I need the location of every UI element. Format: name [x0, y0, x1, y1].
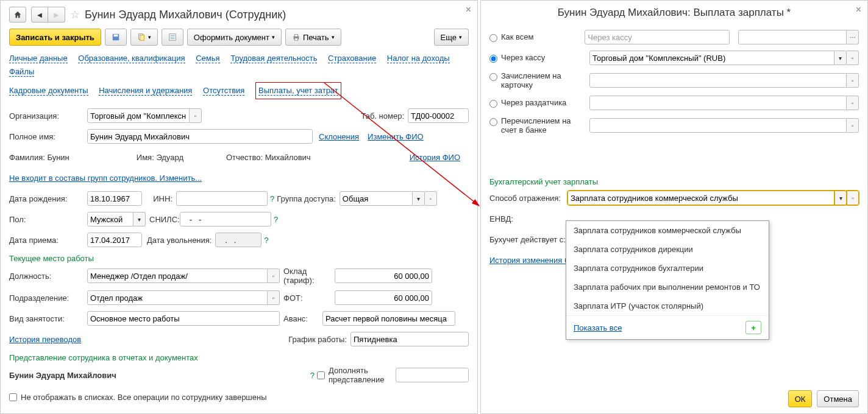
- fot-input[interactable]: [335, 290, 432, 305]
- transfer-history-link[interactable]: История переводов: [9, 335, 81, 344]
- salary-input[interactable]: [335, 268, 432, 283]
- advance-label: Аванс:: [280, 314, 322, 323]
- cancel-button[interactable]: Отмена: [817, 390, 859, 407]
- repr-name: Бунин Эдуард Михайлович: [9, 371, 116, 380]
- open-icon[interactable]: ▫: [847, 73, 859, 88]
- open-icon[interactable]: ▫: [847, 118, 859, 133]
- help-icon[interactable]: ?: [270, 194, 274, 203]
- distributor-input[interactable]: [589, 96, 847, 110]
- hide-checkbox[interactable]: [9, 393, 17, 401]
- name-label: Имя: Эдуард: [137, 153, 183, 162]
- radio-bank[interactable]: Перечислением на счет в банке: [489, 116, 581, 135]
- open-icon[interactable]: ▫: [847, 96, 859, 110]
- open-icon[interactable]: ▫: [847, 191, 859, 205]
- nav-education[interactable]: Образование, квалификация: [78, 54, 185, 63]
- radio-as-all[interactable]: Как всем: [489, 32, 576, 42]
- suppl-input[interactable]: [396, 368, 469, 382]
- reflect-input[interactable]: [567, 191, 834, 205]
- chevron-down-icon[interactable]: ▾: [413, 191, 425, 206]
- card-input[interactable]: [589, 73, 847, 88]
- home-button[interactable]: [9, 7, 26, 23]
- fio-history-link[interactable]: История ФИО: [410, 153, 460, 162]
- chevron-down-icon[interactable]: ▾: [834, 51, 847, 65]
- gender-input[interactable]: [87, 212, 133, 226]
- reflect-dropdown[interactable]: Зарплата сотрудников коммерческой службы…: [566, 220, 769, 340]
- asall-extra-input[interactable]: [738, 30, 847, 44]
- surname-label: Фамилия: Бунин: [9, 153, 69, 162]
- employment-input[interactable]: [87, 311, 280, 326]
- nav-absences[interactable]: Отсутствия: [203, 86, 244, 96]
- suppl-label: Дополнять представление: [329, 366, 396, 384]
- cash-input[interactable]: [589, 51, 834, 65]
- nav-tax[interactable]: Налог на доходы: [387, 54, 450, 63]
- nav-accruals[interactable]: Начисления и удержания: [99, 86, 192, 96]
- dept-input[interactable]: [87, 290, 268, 305]
- nav-hr-docs[interactable]: Кадровые документы: [9, 86, 88, 96]
- forward-button[interactable]: ►: [48, 7, 65, 23]
- radio-card[interactable]: Зачислением на карточку: [489, 71, 581, 89]
- list-button[interactable]: [162, 29, 183, 46]
- ok-button[interactable]: ОК: [788, 390, 813, 407]
- copy-button[interactable]: ▾: [130, 29, 158, 46]
- more-button[interactable]: Еще ▾: [434, 29, 469, 46]
- inn-input[interactable]: [176, 191, 268, 206]
- back-button[interactable]: ◄: [31, 7, 48, 23]
- open-icon[interactable]: ▫: [847, 51, 859, 65]
- no-group-link[interactable]: Не входит в составы групп сотрудников. И…: [9, 174, 202, 183]
- save-close-button[interactable]: Записать и закрыть: [9, 29, 101, 46]
- nav-family[interactable]: Семья: [196, 54, 219, 63]
- nav-files[interactable]: Файлы: [9, 67, 34, 77]
- dropdown-item[interactable]: Зарплата сотрудников коммерческой службы: [566, 221, 769, 240]
- dropdown-item[interactable]: Зарплата сотрудников бухгалтерии: [566, 259, 769, 278]
- asall-input[interactable]: [585, 30, 730, 44]
- help-icon[interactable]: ?: [274, 215, 278, 224]
- open-icon[interactable]: ⋯: [847, 30, 859, 44]
- gender-label: Пол:: [9, 215, 87, 224]
- fullname-input[interactable]: [87, 129, 313, 144]
- bank-input[interactable]: [589, 118, 847, 133]
- help-icon[interactable]: ?: [310, 371, 315, 380]
- dropdown-item[interactable]: Зарплата сотрудников дирекции: [566, 240, 769, 259]
- nav-insurance[interactable]: Страхование: [328, 54, 376, 63]
- dropdown-item[interactable]: Зарплата рабочих при выполнении ремонтов…: [566, 278, 769, 296]
- print-button[interactable]: Печать ▾: [285, 29, 341, 46]
- dropdown-item[interactable]: Зарплата ИТР (участок столярный): [566, 296, 769, 315]
- position-label: Должность:: [9, 272, 87, 281]
- favorite-icon[interactable]: ☆: [70, 8, 80, 21]
- suppl-checkbox[interactable]: [317, 371, 325, 379]
- org-open-icon[interactable]: ▫: [190, 108, 202, 123]
- dob-input[interactable]: [87, 191, 142, 206]
- access-input[interactable]: [340, 191, 413, 206]
- radio-distributor[interactable]: Через раздатчика: [489, 98, 581, 108]
- fot-label: ФОТ:: [280, 293, 335, 303]
- dob-label: Дата рождения:: [9, 194, 87, 203]
- radio-cash[interactable]: Через кассу: [489, 53, 581, 63]
- help-icon[interactable]: ?: [264, 236, 268, 245]
- show-all-link[interactable]: Показать все: [574, 323, 622, 332]
- open-icon[interactable]: ▫: [268, 268, 280, 283]
- schedule-input[interactable]: [350, 332, 469, 346]
- advance-input[interactable]: [322, 311, 455, 326]
- nav-work[interactable]: Трудовая деятельность: [230, 54, 317, 63]
- position-input[interactable]: [87, 268, 268, 283]
- history-link[interactable]: История изменения бу: [489, 256, 573, 265]
- hide-label: Не отображать в списках. Все операции по…: [21, 393, 267, 402]
- close-icon[interactable]: ×: [856, 4, 861, 15]
- org-input[interactable]: [87, 108, 190, 123]
- snils-input[interactable]: [180, 212, 271, 226]
- add-button[interactable]: +: [745, 321, 761, 334]
- change-fio-link[interactable]: Изменить ФИО: [368, 132, 424, 141]
- reflect-label: Способ отражения:: [489, 194, 567, 203]
- close-icon[interactable]: ×: [466, 4, 471, 15]
- tabnum-input[interactable]: [408, 108, 469, 123]
- hire-input[interactable]: [87, 233, 142, 247]
- nav-personal[interactable]: Личные данные: [9, 54, 68, 63]
- chevron-down-icon[interactable]: ▾: [133, 212, 146, 226]
- open-icon[interactable]: ▫: [425, 191, 437, 206]
- save-button[interactable]: [105, 29, 127, 46]
- declensions-link[interactable]: Склонения: [319, 132, 359, 141]
- chevron-down-icon[interactable]: ▾: [834, 191, 847, 205]
- create-doc-button[interactable]: Оформить документ ▾: [187, 29, 282, 46]
- nav-payments-highlighted[interactable]: Выплаты, учет затрат: [255, 82, 341, 99]
- open-icon[interactable]: ▫: [268, 290, 280, 305]
